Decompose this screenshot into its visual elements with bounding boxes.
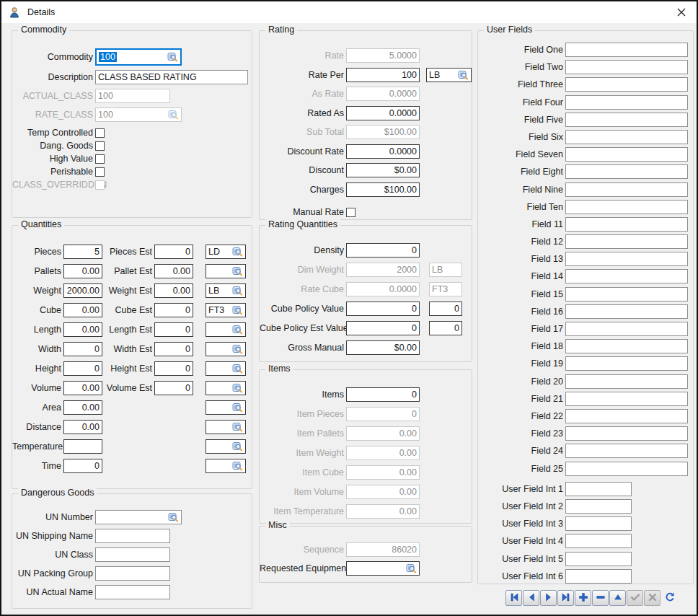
quantity-input[interactable]: 0.00 <box>63 400 102 415</box>
nav-prior-button[interactable] <box>523 590 539 606</box>
unit-input[interactable]: LD <box>206 245 246 259</box>
quantity-input[interactable]: 0.00 <box>63 264 102 278</box>
user-field-input[interactable] <box>565 234 688 249</box>
lookup-icon[interactable] <box>405 563 417 573</box>
unit-input[interactable]: LB <box>206 283 246 298</box>
user-field-input[interactable] <box>565 322 688 336</box>
rating-input[interactable]: 100 <box>346 68 420 82</box>
nav-first-button[interactable] <box>505 590 522 606</box>
lookup-icon[interactable] <box>231 266 243 276</box>
lookup-icon[interactable] <box>231 441 243 452</box>
checkbox[interactable] <box>95 180 105 190</box>
nav-last-button[interactable] <box>557 590 574 606</box>
user-field-input[interactable] <box>565 462 688 476</box>
quantity-est-input[interactable]: 0 <box>154 303 193 317</box>
user-field-input[interactable] <box>565 164 688 179</box>
lookup-icon[interactable] <box>456 70 469 80</box>
lookup-icon[interactable] <box>231 344 243 354</box>
rating-quantity-input[interactable]: $0.00 <box>346 340 420 355</box>
quantity-input[interactable]: 0 <box>63 361 102 376</box>
rating-quantity-input[interactable]: 0.0000 <box>346 282 420 296</box>
nav-next-button[interactable] <box>540 590 557 606</box>
nav-refresh-button[interactable] <box>661 590 678 606</box>
quantity-input[interactable]: 2000.00 <box>63 283 102 298</box>
checkbox[interactable] <box>95 141 105 151</box>
unit-input[interactable] <box>206 459 246 473</box>
unit-input[interactable] <box>206 400 246 415</box>
user-field-int-input[interactable] <box>565 499 632 514</box>
rating-quantity-input[interactable]: 2000 <box>346 263 420 277</box>
user-field-int-input[interactable] <box>565 569 632 584</box>
item-input[interactable]: 0.00 <box>346 465 420 480</box>
unit-input[interactable] <box>206 264 246 278</box>
quantity-input[interactable]: 0 <box>63 459 102 473</box>
item-input[interactable]: 0.00 <box>346 485 420 499</box>
quantity-est-input[interactable]: 0 <box>154 342 193 356</box>
quantity-input[interactable]: 0.00 <box>63 322 102 337</box>
lookup-icon[interactable] <box>231 305 243 315</box>
description-input[interactable]: CLASS BASED RATING <box>95 70 248 84</box>
unit-input[interactable]: LB <box>426 68 472 82</box>
rating-quantity-input[interactable]: 0 <box>346 243 420 258</box>
user-field-input[interactable] <box>565 304 688 319</box>
nav-edit-button[interactable] <box>609 590 626 606</box>
user-field-input[interactable] <box>565 60 688 74</box>
quantity-input[interactable]: 5 <box>63 245 102 259</box>
unit-input[interactable] <box>206 420 246 434</box>
user-field-int-input[interactable] <box>565 534 632 548</box>
lookup-icon[interactable] <box>166 52 178 62</box>
checkbox[interactable] <box>95 128 105 138</box>
commodity-input[interactable]: 100 <box>95 48 182 66</box>
nav-delete-button[interactable] <box>592 590 609 606</box>
lookup-icon[interactable] <box>231 402 243 413</box>
quantity-input[interactable]: 0.00 <box>63 420 102 434</box>
quantity-input[interactable]: 0.00 <box>63 303 102 317</box>
user-field-input[interactable] <box>565 269 688 283</box>
user-field-input[interactable] <box>565 182 688 197</box>
user-field-int-input[interactable] <box>565 516 632 531</box>
quantity-est-input[interactable]: 0 <box>154 361 193 376</box>
user-field-input[interactable] <box>565 287 688 302</box>
rating-input[interactable]: 0.0000 <box>346 87 420 101</box>
unit-input[interactable] <box>206 322 246 337</box>
checkbox[interactable] <box>95 167 105 177</box>
quantity-est-input[interactable]: 0 <box>154 322 193 337</box>
lookup-icon[interactable] <box>231 422 243 432</box>
unit-input[interactable] <box>206 381 246 395</box>
user-field-int-input[interactable] <box>565 552 632 566</box>
lookup-icon[interactable] <box>231 247 243 257</box>
user-field-input[interactable] <box>565 374 688 389</box>
checkbox[interactable] <box>95 154 105 164</box>
lookup-icon[interactable] <box>231 461 243 471</box>
user-field-input[interactable] <box>565 409 688 423</box>
quantity-input[interactable] <box>63 439 102 454</box>
nav-insert-button[interactable] <box>575 590 591 606</box>
manual-rate-checkbox[interactable] <box>346 208 355 217</box>
policy-extra-input[interactable]: 0 <box>429 302 462 316</box>
rating-input[interactable]: 0.0000 <box>346 144 420 159</box>
quantity-est-input[interactable]: 0.00 <box>154 264 193 278</box>
user-field-int-input[interactable] <box>565 482 632 496</box>
rating-input[interactable]: 5.0000 <box>346 48 420 63</box>
lookup-icon[interactable] <box>231 364 243 374</box>
policy-extra-input[interactable]: 0 <box>429 321 462 335</box>
user-field-input[interactable] <box>565 77 688 92</box>
user-field-input[interactable] <box>565 426 688 441</box>
user-field-input[interactable] <box>565 217 688 232</box>
item-input[interactable]: 0 <box>346 407 420 421</box>
user-field-input[interactable] <box>565 43 688 57</box>
user-field-input[interactable] <box>565 147 688 162</box>
rating-input[interactable]: $0.00 <box>346 163 420 177</box>
quantity-est-input[interactable]: 0 <box>154 381 193 395</box>
rating-quantity-input[interactable]: 0 <box>346 302 420 316</box>
unit-input[interactable] <box>206 361 246 376</box>
dangerous-goods-input[interactable] <box>95 566 170 581</box>
item-input[interactable]: 0.00 <box>346 446 420 460</box>
quantity-input[interactable]: 0 <box>63 342 102 356</box>
user-field-input[interactable] <box>565 252 688 266</box>
user-field-input[interactable] <box>565 339 688 353</box>
item-input[interactable]: 0.00 <box>346 426 420 441</box>
unit-input[interactable] <box>206 342 246 356</box>
user-field-input[interactable] <box>565 444 688 458</box>
rating-input[interactable]: 0.0000 <box>346 106 420 120</box>
